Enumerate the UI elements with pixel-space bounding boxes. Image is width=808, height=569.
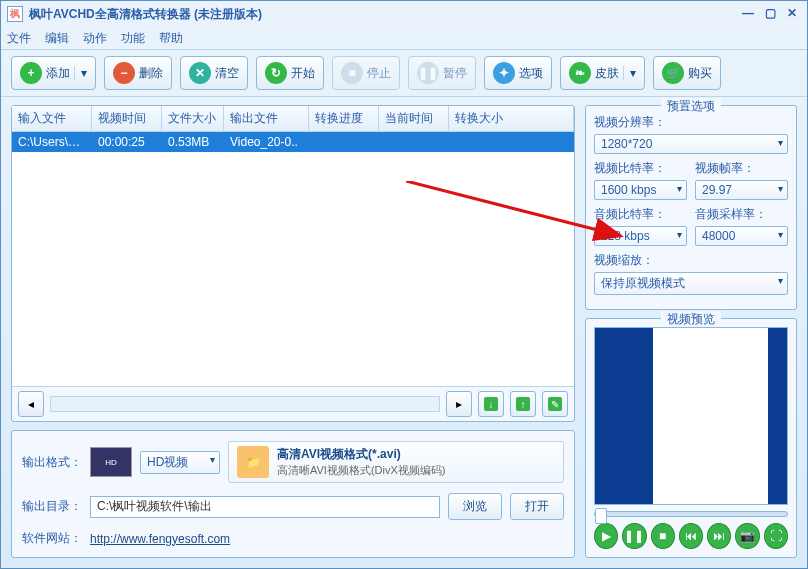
col-input[interactable]: 输入文件 <box>12 106 92 131</box>
apple-icon: ❧ <box>569 62 591 84</box>
buy-button[interactable]: 🛒购买 <box>653 56 721 90</box>
options-label: 选项 <box>519 65 543 82</box>
skin-dropdown-icon[interactable]: ▾ <box>623 66 636 80</box>
abitrate-value: 128 kbps <box>601 229 650 243</box>
cell-vtime: 00:00:25 <box>92 132 162 152</box>
output-panel: 输出格式： HD HD视频 📁 高清AVI视频格式(*.avi) 高清晰AVI视… <box>11 430 575 558</box>
cell-curtime <box>379 132 449 152</box>
samplerate-select[interactable]: 48000 <box>695 226 788 246</box>
scroll-left-button[interactable]: ◂ <box>18 391 44 417</box>
stop-label: 停止 <box>367 65 391 82</box>
titlebar: 枫 枫叶AVCHD全高清格式转换器 (未注册版本) — ▢ ✕ <box>1 1 807 27</box>
vbitrate-label: 视频比特率： <box>594 160 687 177</box>
preset-group: 预置选项 视频分辨率： 1280*720 视频比特率： 1600 kbps 视频… <box>585 105 797 310</box>
menu-help[interactable]: 帮助 <box>159 30 183 47</box>
horizontal-scrollbar[interactable] <box>50 396 440 412</box>
menu-edit[interactable]: 编辑 <box>45 30 69 47</box>
clear-button[interactable]: ✕清空 <box>180 56 248 90</box>
stop-button[interactable]: ■停止 <box>332 56 400 90</box>
maximize-button[interactable]: ▢ <box>761 6 779 22</box>
edit-button[interactable]: ✎ <box>542 391 568 417</box>
preview-group: 视频预览 ▶ ❚❚ ■ ⏮ ⏭ 📷 ⛶ <box>585 318 797 558</box>
file-list-rows[interactable]: C:\Users\pc\.. 00:00:25 0.53MB Video_20-… <box>12 132 574 386</box>
options-button[interactable]: ✦选项 <box>484 56 552 90</box>
col-osize[interactable]: 转换大小 <box>449 106 574 131</box>
delete-label: 删除 <box>139 65 163 82</box>
website-row: 软件网站： http://www.fengyesoft.com <box>22 530 564 547</box>
minimize-button[interactable]: — <box>739 6 757 22</box>
fps-label: 视频帧率： <box>695 160 788 177</box>
menu-action[interactable]: 动作 <box>83 30 107 47</box>
close-button[interactable]: ✕ <box>783 6 801 22</box>
toolbar: +添加▾ −删除 ✕清空 ↻开始 ■停止 ❚❚暂停 ✦选项 ❧皮肤▾ 🛒购买 <box>1 49 807 97</box>
stop-playback-button[interactable]: ■ <box>651 523 675 549</box>
start-button[interactable]: ↻开始 <box>256 56 324 90</box>
skin-label: 皮肤 <box>595 65 619 82</box>
add-dropdown-icon[interactable]: ▾ <box>74 66 87 80</box>
play-button[interactable]: ▶ <box>594 523 618 549</box>
move-down-button[interactable]: ↓ <box>478 391 504 417</box>
fps-select[interactable]: 29.97 <box>695 180 788 200</box>
vbitrate-select[interactable]: 1600 kbps <box>594 180 687 200</box>
pause-icon: ❚❚ <box>417 62 439 84</box>
format-text: 高清AVI视频格式(*.avi) 高清晰AVI视频格式(DivX视频编码) <box>277 446 445 478</box>
col-vtime[interactable]: 视频时间 <box>92 106 162 131</box>
col-progress[interactable]: 转换进度 <box>309 106 379 131</box>
add-label: 添加 <box>46 65 70 82</box>
samplerate-label: 音频采样率： <box>695 206 788 223</box>
preset-title: 预置选项 <box>661 98 721 115</box>
abitrate-select[interactable]: 128 kbps <box>594 226 687 246</box>
next-button[interactable]: ⏭ <box>707 523 731 549</box>
file-list-header: 输入文件 视频时间 文件大小 输出文件 转换进度 当前时间 转换大小 <box>12 106 574 132</box>
pause-playback-button[interactable]: ❚❚ <box>622 523 646 549</box>
menu-file[interactable]: 文件 <box>7 30 31 47</box>
cart-icon: 🛒 <box>662 62 684 84</box>
scale-value: 保持原视频模式 <box>601 276 685 290</box>
table-row[interactable]: C:\Users\pc\.. 00:00:25 0.53MB Video_20-… <box>12 132 574 152</box>
video-preview[interactable] <box>594 327 788 505</box>
samplerate-value: 48000 <box>702 229 735 243</box>
seek-slider[interactable] <box>594 511 788 517</box>
menu-func[interactable]: 功能 <box>121 30 145 47</box>
stop-icon: ■ <box>341 62 363 84</box>
website-link[interactable]: http://www.fengyesoft.com <box>90 532 230 546</box>
refresh-icon: ↻ <box>265 62 287 84</box>
browse-button[interactable]: 浏览 <box>448 493 502 520</box>
format-detail-box[interactable]: 📁 高清AVI视频格式(*.avi) 高清晰AVI视频格式(DivX视频编码) <box>228 441 564 483</box>
output-dir-label: 输出目录： <box>22 498 82 515</box>
playback-controls: ▶ ❚❚ ■ ⏮ ⏭ 📷 ⛶ <box>594 523 788 549</box>
pause-button[interactable]: ❚❚暂停 <box>408 56 476 90</box>
format-title: 高清AVI视频格式(*.avi) <box>277 447 401 461</box>
delete-button[interactable]: −删除 <box>104 56 172 90</box>
move-up-button[interactable]: ↑ <box>510 391 536 417</box>
cell-input: C:\Users\pc\.. <box>12 132 92 152</box>
abitrate-label: 音频比特率： <box>594 206 687 223</box>
plus-icon: + <box>20 62 42 84</box>
file-list-panel: 输入文件 视频时间 文件大小 输出文件 转换进度 当前时间 转换大小 C:\Us… <box>11 105 575 422</box>
scale-label: 视频缩放： <box>594 252 788 269</box>
hd-thumbnail-icon: HD <box>90 447 132 477</box>
resolution-label: 视频分辨率： <box>594 114 788 131</box>
buy-label: 购买 <box>688 65 712 82</box>
output-dir-input[interactable] <box>90 496 440 518</box>
col-curtime[interactable]: 当前时间 <box>379 106 449 131</box>
prev-button[interactable]: ⏮ <box>679 523 703 549</box>
scale-select[interactable]: 保持原视频模式 <box>594 272 788 295</box>
clear-icon: ✕ <box>189 62 211 84</box>
resolution-select[interactable]: 1280*720 <box>594 134 788 154</box>
preview-title: 视频预览 <box>661 311 721 328</box>
pause-label: 暂停 <box>443 65 467 82</box>
skin-button[interactable]: ❧皮肤▾ <box>560 56 645 90</box>
snapshot-button[interactable]: 📷 <box>735 523 759 549</box>
start-label: 开始 <box>291 65 315 82</box>
arrow-down-icon: ↓ <box>484 397 498 411</box>
col-output[interactable]: 输出文件 <box>224 106 309 131</box>
folder-icon: 📁 <box>237 446 269 478</box>
scroll-right-button[interactable]: ▸ <box>446 391 472 417</box>
col-size[interactable]: 文件大小 <box>162 106 224 131</box>
fullscreen-button[interactable]: ⛶ <box>764 523 788 549</box>
resolution-value: 1280*720 <box>601 137 652 151</box>
open-button[interactable]: 打开 <box>510 493 564 520</box>
format-category-select[interactable]: HD视频 <box>140 451 220 474</box>
add-button[interactable]: +添加▾ <box>11 56 96 90</box>
